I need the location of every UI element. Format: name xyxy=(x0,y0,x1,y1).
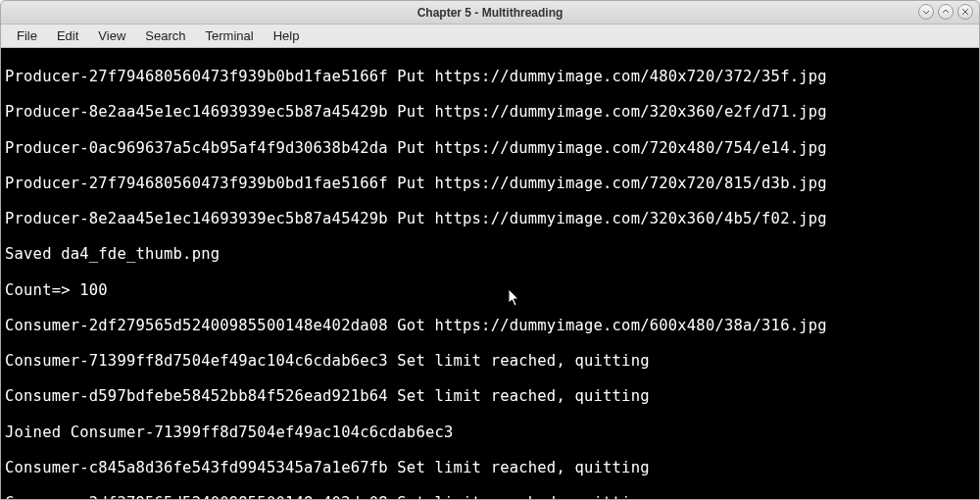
terminal-line: Consumer-d597bdfebe58452bb84f526ead921b6… xyxy=(5,387,975,405)
titlebar: Chapter 5 - Multithreading xyxy=(1,1,979,25)
terminal-line: Count=> 100 xyxy=(5,281,975,299)
menu-help[interactable]: Help xyxy=(264,26,310,45)
menu-view[interactable]: View xyxy=(88,26,135,45)
terminal-line: Producer-8e2aa45e1ec14693939ec5b87a45429… xyxy=(5,210,975,227)
terminal-line: Producer-27f794680560473f939b0bd1fae5166… xyxy=(5,68,975,85)
minimize-icon xyxy=(922,8,930,16)
terminal-output[interactable]: Producer-27f794680560473f939b0bd1fae5166… xyxy=(1,48,979,499)
maximize-icon xyxy=(942,8,950,16)
menu-edit[interactable]: Edit xyxy=(47,26,88,45)
terminal-line: Producer-8e2aa45e1ec14693939ec5b87a45429… xyxy=(5,103,975,121)
terminal-line: Consumer-2df279565d52400985500148e402da0… xyxy=(5,317,975,334)
terminal-line: Consumer-71399ff8d7504ef49ac104c6cdab6ec… xyxy=(5,352,975,370)
window-controls xyxy=(918,4,973,20)
close-button[interactable] xyxy=(957,4,973,20)
menu-terminal[interactable]: Terminal xyxy=(196,26,264,45)
terminal-line: Producer-27f794680560473f939b0bd1fae5166… xyxy=(5,175,975,192)
menu-search[interactable]: Search xyxy=(135,26,195,45)
close-icon xyxy=(961,8,969,16)
maximize-button[interactable] xyxy=(938,4,954,20)
terminal-line: Producer-0ac969637a5c4b95af4f9d30638b42d… xyxy=(5,139,975,157)
menu-file[interactable]: File xyxy=(7,26,47,45)
window-title: Chapter 5 - Multithreading xyxy=(417,6,564,20)
terminal-line: Consumer-2df279565d52400985500148e402da0… xyxy=(5,494,975,499)
terminal-line: Consumer-c845a8d36fe543fd9945345a7a1e67f… xyxy=(5,459,975,476)
terminal-window: Chapter 5 - Multithreading File Edit Vie… xyxy=(0,0,980,500)
menubar: File Edit View Search Terminal Help xyxy=(1,25,979,48)
minimize-button[interactable] xyxy=(918,4,934,20)
terminal-line: Joined Consumer-71399ff8d7504ef49ac104c6… xyxy=(5,424,975,441)
terminal-line: Saved da4_fde_thumb.png xyxy=(5,245,975,263)
